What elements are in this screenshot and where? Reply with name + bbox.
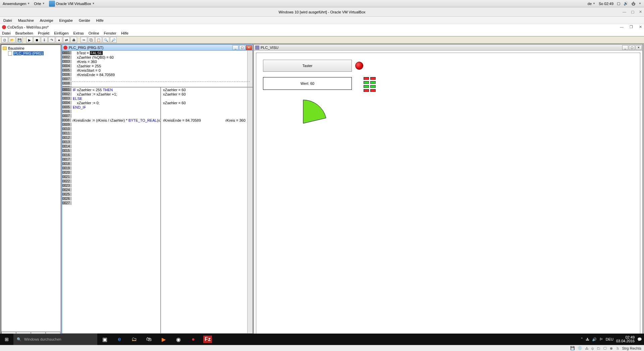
codesys-menu-item[interactable]: Fenster	[104, 31, 116, 35]
tray-clock[interactable]: 02:49 03.04.2016	[616, 336, 635, 343]
tray-notifications-icon[interactable]: 💬	[637, 337, 642, 342]
tray-volume-icon[interactable]: 🔊	[592, 337, 597, 342]
editor-minimize-button[interactable]: _	[232, 45, 238, 50]
app-minimize-button[interactable]: —	[620, 25, 624, 29]
file-explorer-icon[interactable]: 🗂	[127, 334, 142, 345]
tree-folder-root[interactable]: Bausteine	[3, 46, 59, 50]
toolbar-find-next-icon[interactable]: 🔎	[110, 37, 117, 43]
toolbar-save-icon[interactable]: 💾	[16, 37, 23, 43]
task-view-icon[interactable]: ▣	[97, 334, 112, 345]
codesys-menu-item[interactable]: Extras	[73, 31, 84, 35]
tray-flag-icon[interactable]: 🏳	[599, 337, 603, 341]
windows-search-box[interactable]: 🔍 Windows durchsuchen	[13, 334, 97, 345]
edge-icon[interactable]: e	[112, 334, 127, 345]
vbox-menu-item[interactable]: Anzeige	[40, 18, 53, 22]
vbox-indicator-usb-icon[interactable]: ψ	[591, 346, 594, 350]
app-close-button[interactable]: ✕	[639, 25, 642, 29]
codesys-menu-item[interactable]: Online	[89, 31, 99, 35]
toolbar-login-icon[interactable]: ⇄	[63, 37, 70, 43]
system-menu-chevron[interactable]: ▼	[639, 2, 641, 5]
search-placeholder: Windows durchsuchen	[24, 337, 61, 341]
tray-language[interactable]: DEU	[606, 337, 613, 341]
toolbar-cut-icon[interactable]: ✂	[80, 37, 87, 43]
close-button[interactable]: ✕	[639, 10, 642, 14]
visu-icon	[255, 46, 259, 50]
power-icon[interactable]: ⏻	[632, 2, 635, 6]
codesys-titlebar[interactable]: CoDeSys - WebVisu.pro* — ❐ ✕	[0, 24, 644, 30]
vbox-indicator-record-icon[interactable]: ⏺	[609, 346, 613, 350]
codesys-menu-item[interactable]: Bearbeiten	[15, 31, 33, 35]
mini-led	[364, 89, 369, 92]
vbox-indicator-disk-icon[interactable]: 💾	[570, 346, 575, 350]
app-restore-button[interactable]: ❐	[630, 25, 633, 29]
vbox-window-titlebar[interactable]: Windows 10 [wird ausgeführt] - Oracle VM…	[0, 7, 644, 17]
toolbar-step-icon[interactable]: ↧	[41, 37, 48, 43]
toolbar-find-icon[interactable]: 🔍	[103, 37, 109, 43]
tree-folder-label: Bausteine	[8, 46, 24, 50]
toolbar-print-icon[interactable]: 🖶	[70, 37, 77, 43]
minimize-button[interactable]: —	[623, 10, 626, 14]
mini-led	[364, 77, 369, 80]
mini-led	[370, 81, 376, 84]
vbox-menu-item[interactable]: Eingabe	[59, 18, 73, 22]
chrome-icon[interactable]: ◉	[171, 334, 186, 345]
codesys-menu-item[interactable]: Hilfe	[121, 31, 128, 35]
editor-maximize-button[interactable]: ▢	[239, 45, 245, 50]
vbox-indicator-optical-icon[interactable]: 💿	[578, 346, 582, 350]
toolbar-breakpoint-icon[interactable]: ●	[56, 37, 62, 43]
code-editor-left[interactable]: 0001IF xZaehler < 255 THEN0002 xZaehler …	[62, 87, 161, 339]
vbox-indicator-display-icon[interactable]: 🖵	[603, 346, 607, 350]
visu-maximize-button[interactable]: ▢	[629, 45, 635, 50]
vertical-scrollbar[interactable]	[247, 87, 253, 339]
toolbar-new-icon[interactable]: 🗋	[1, 37, 8, 43]
declaration-editor[interactable]: 0001 bTest = FALSE0002 xZaehler (%QB0) =…	[62, 51, 253, 87]
host-language-indicator[interactable]: de▼	[588, 2, 595, 6]
maximize-button[interactable]: ▢	[631, 10, 634, 14]
vbox-menu-item[interactable]: Datei	[3, 18, 12, 22]
tree-item-plc-prg[interactable]: PLC_PRG (PRG)	[8, 51, 59, 56]
codesys-app-icon	[2, 25, 6, 29]
vbox-indicator-shared-icon[interactable]: 🗀	[597, 346, 600, 350]
toolbar-copy-icon[interactable]: ⿻	[88, 37, 95, 43]
tray-chevron-up-icon[interactable]: ˄	[581, 337, 583, 342]
host-menu-places[interactable]: Orte▼	[34, 2, 45, 6]
codesys-menu-item[interactable]: Projekt	[38, 31, 49, 35]
toolbar-stop-icon[interactable]: ⏹	[34, 37, 40, 43]
codesys-taskbar-icon[interactable]: ●	[186, 334, 201, 345]
vbox-indicator-network-icon[interactable]: 🖧	[585, 346, 589, 350]
toolbar-step-over-icon[interactable]: ↷	[48, 37, 55, 43]
pie-wedge	[300, 97, 330, 127]
filezilla-icon[interactable]: Fz	[203, 336, 212, 343]
vbox-menu-item[interactable]: Maschine	[18, 18, 34, 22]
vbox-menu-item[interactable]: Hilfe	[96, 18, 104, 22]
vbox-menu-item[interactable]: Geräte	[79, 18, 90, 22]
search-icon: 🔍	[17, 337, 21, 342]
codesys-menu-item[interactable]: Einfügen	[54, 31, 68, 35]
volume-icon[interactable]: 🔊	[624, 1, 628, 6]
codesys-workspace: Bausteine PLC_PRG (PRG) Bau... Da... Vis…	[0, 44, 644, 340]
toolbar-open-icon[interactable]: 📂	[9, 37, 15, 43]
toolbar-run-icon[interactable]: ▶	[26, 37, 33, 43]
tray-network-icon[interactable]: 🖧	[586, 337, 589, 341]
codesys-menu-item[interactable]: Datei	[2, 31, 11, 35]
visu-minimize-button[interactable]: _	[622, 45, 628, 50]
mini-led	[370, 89, 376, 92]
host-clock[interactable]: So 02:49	[599, 2, 613, 6]
start-button[interactable]: ⊞	[0, 334, 13, 345]
host-menu-vbox[interactable]: Oracle VM VirtualBox▼	[49, 1, 95, 7]
visu-title: PLC_VISU	[261, 46, 278, 50]
editor-titlebar[interactable]: PLC_PRG (PRG-ST) _ ▢ ✕	[62, 45, 253, 51]
folder-icon	[3, 47, 7, 50]
visu-titlebar[interactable]: PLC_VISU _ ▢ ✕	[254, 45, 642, 51]
battery-icon[interactable]: ▢	[617, 1, 620, 6]
vbox-indicator-mouse-icon[interactable]: 🖯	[616, 346, 620, 350]
document-icon	[8, 51, 12, 56]
video-icon[interactable]: ▶	[156, 334, 171, 345]
host-menu-applications[interactable]: Anwendungen▼	[3, 2, 30, 6]
taster-button[interactable]: Taster	[263, 60, 352, 72]
code-editor-right[interactable]: xZaehler = 60xZaehler = 60xZaehler = 60r…	[161, 87, 253, 339]
visu-close-button[interactable]: ✕	[636, 45, 642, 50]
editor-close-button[interactable]: ✕	[246, 45, 252, 50]
toolbar-paste-icon[interactable]: 📋	[95, 37, 102, 43]
store-icon[interactable]: 🛍	[142, 334, 156, 345]
